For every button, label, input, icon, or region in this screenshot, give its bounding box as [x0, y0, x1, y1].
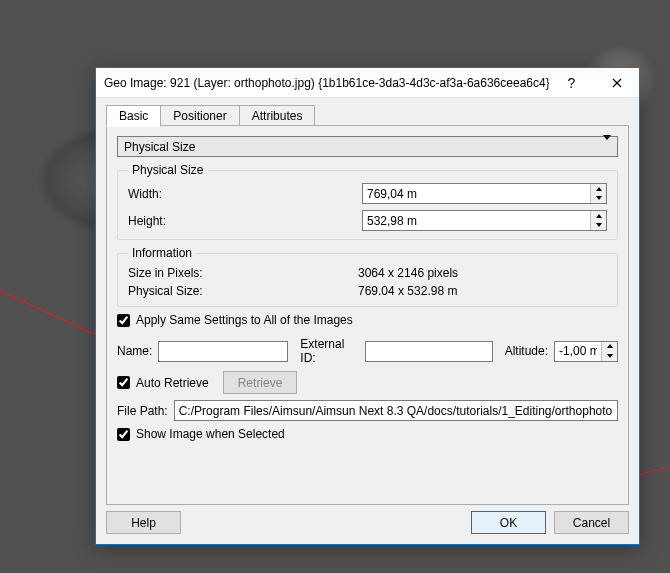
width-spinbox[interactable]: [362, 183, 607, 204]
mode-combobox[interactable]: Physical Size: [117, 136, 618, 157]
cancel-button[interactable]: Cancel: [554, 511, 629, 534]
auto-retrieve-checkbox-input[interactable]: [117, 376, 130, 389]
ok-button[interactable]: OK: [471, 511, 546, 534]
name-input[interactable]: [158, 341, 288, 362]
show-image-label: Show Image when Selected: [136, 427, 285, 441]
show-image-checkbox-input[interactable]: [117, 428, 130, 441]
altitude-input[interactable]: [555, 342, 601, 361]
file-path-label: File Path:: [117, 404, 168, 418]
physical-size-group: Physical Size Width: Height:: [117, 163, 618, 240]
tab-attributes[interactable]: Attributes: [239, 105, 316, 126]
height-input[interactable]: [363, 211, 590, 230]
height-label: Height:: [128, 214, 356, 228]
tab-basic[interactable]: Basic: [106, 105, 161, 127]
height-spinbox[interactable]: [362, 210, 607, 231]
chevron-down-icon: [603, 140, 611, 154]
height-step-up[interactable]: [591, 211, 606, 221]
retrieve-button: Retrieve: [223, 371, 298, 394]
tab-pane-basic: Physical Size Physical Size Width:: [106, 126, 629, 505]
help-button[interactable]: Help: [106, 511, 181, 534]
external-id-label: External ID:: [300, 337, 358, 365]
info-physical-size-label: Physical Size:: [128, 284, 358, 298]
tab-positioner[interactable]: Positioner: [160, 105, 239, 126]
close-icon: [612, 78, 622, 88]
information-legend: Information: [128, 246, 196, 260]
size-pixels-label: Size in Pixels:: [128, 266, 358, 280]
width-step-down[interactable]: [591, 194, 606, 204]
apply-all-checkbox[interactable]: Apply Same Settings to All of the Images: [117, 313, 618, 327]
window-title: Geo Image: 921 (Layer: orthophoto.jpg) {…: [104, 76, 549, 90]
external-id-input[interactable]: [365, 341, 493, 362]
altitude-spinbox[interactable]: [554, 341, 618, 362]
altitude-step-up[interactable]: [602, 342, 617, 352]
tab-bar: Basic Positioner Attributes: [106, 104, 629, 126]
height-step-down[interactable]: [591, 221, 606, 231]
apply-all-label: Apply Same Settings to All of the Images: [136, 313, 353, 327]
mode-combobox-value: Physical Size: [124, 140, 195, 154]
auto-retrieve-checkbox[interactable]: Auto Retrieve: [117, 376, 209, 390]
size-pixels-value: 3064 x 2146 pixels: [358, 266, 458, 280]
width-label: Width:: [128, 187, 356, 201]
altitude-label: Altitude:: [505, 344, 548, 358]
show-image-checkbox[interactable]: Show Image when Selected: [117, 427, 618, 441]
geo-image-dialog: Geo Image: 921 (Layer: orthophoto.jpg) {…: [95, 67, 640, 545]
apply-all-checkbox-input[interactable]: [117, 314, 130, 327]
name-label: Name:: [117, 344, 152, 358]
auto-retrieve-label: Auto Retrieve: [136, 376, 209, 390]
file-path-input[interactable]: [174, 400, 618, 421]
physical-size-legend: Physical Size: [128, 163, 207, 177]
altitude-step-down[interactable]: [602, 351, 617, 361]
width-input[interactable]: [363, 184, 590, 203]
width-step-up[interactable]: [591, 184, 606, 194]
titlebar-help-button[interactable]: ?: [549, 68, 594, 98]
titlebar-close-button[interactable]: [594, 68, 639, 98]
information-group: Information Size in Pixels: 3064 x 2146 …: [117, 246, 618, 307]
dialog-footer: Help OK Cancel: [106, 505, 629, 534]
titlebar: Geo Image: 921 (Layer: orthophoto.jpg) {…: [96, 68, 639, 98]
info-physical-size-value: 769.04 x 532.98 m: [358, 284, 457, 298]
